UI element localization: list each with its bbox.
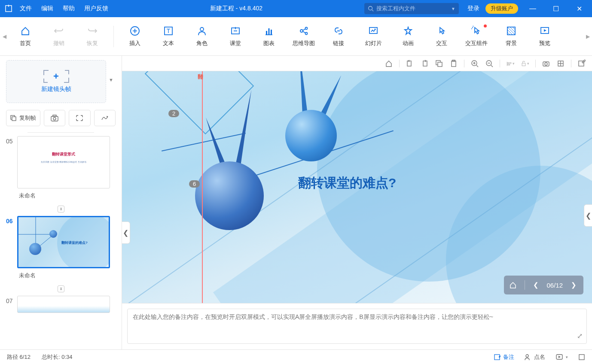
paste-icon[interactable] — [449, 59, 458, 68]
canvas-stage[interactable]: 翻转 2 6 翻转课堂的难点? ❮ ❮ ❮ 06/12 ❯ — [122, 71, 592, 303]
toolbar-class[interactable]: 课堂 — [219, 26, 252, 47]
toolbar-scroll-right[interactable]: ▶ — [583, 17, 592, 56]
svg-rect-40 — [452, 61, 456, 67]
toolbar-scroll-left[interactable]: ◀ — [0, 17, 9, 56]
svg-rect-15 — [269, 28, 270, 35]
svg-line-48 — [491, 65, 493, 67]
new-frame-button[interactable]: + 新建镜头帧 — [6, 60, 106, 103]
prev-page-icon[interactable]: ❮ — [531, 281, 540, 289]
collapse-left-handle[interactable]: ❮ — [122, 221, 130, 244]
slide-heading[interactable]: 翻转课堂的难点? — [298, 174, 396, 192]
camera-button[interactable] — [44, 110, 65, 126]
thumbnail-list[interactable]: 05 翻转课堂形式 先学后教 以学定教 精讲精练 归纳总结 互动参与 未命名 ⧗… — [6, 136, 116, 349]
menu-edit[interactable]: 编辑 — [41, 5, 53, 12]
toolbar-anim[interactable]: 动画 — [391, 26, 425, 47]
zoom-out-icon[interactable] — [485, 59, 494, 68]
path-button[interactable] — [94, 110, 116, 126]
text-icon: T — [163, 26, 174, 36]
home-icon[interactable] — [384, 59, 393, 68]
newframe-dropdown[interactable]: ▼ — [109, 60, 116, 82]
toolbar-label: 文本 — [163, 39, 174, 47]
capture-icon[interactable] — [542, 59, 550, 68]
thumbnail-row: 07 — [6, 296, 116, 313]
duration-status: 总时长: 0:34 — [42, 353, 73, 361]
marker-6[interactable]: 6 — [189, 180, 200, 188]
toolbar-home[interactable]: 首页 — [9, 26, 42, 47]
thumbnail-row: 06 翻转课堂的难点? 未命名 — [6, 216, 116, 279]
upgrade-button[interactable]: 升级账户 — [485, 3, 518, 14]
grid-icon[interactable] — [556, 59, 565, 68]
toolbar-bg[interactable]: 背景 — [494, 26, 528, 47]
svg-line-3 — [372, 10, 374, 12]
home-icon — [20, 26, 31, 36]
present-button[interactable]: ▾ — [555, 354, 568, 361]
lock-icon[interactable]: ▾ — [521, 59, 529, 68]
toolbar-widget[interactable]: 交互组件 — [458, 26, 494, 47]
toolbar-label: 首页 — [20, 39, 31, 47]
toolbar-link[interactable]: 链接 — [322, 26, 355, 47]
bg-icon — [506, 26, 516, 36]
toolbar-label: 插入 — [129, 39, 140, 47]
rollcall-button[interactable]: 点名 — [525, 353, 545, 361]
toolbar-preview[interactable]: 预览 — [528, 26, 561, 47]
svg-point-17 — [300, 30, 303, 32]
toolbar-interact[interactable]: 交互 — [425, 26, 458, 47]
copy-icon[interactable] — [435, 59, 443, 68]
canvas-toolbar: ▾ ▾ — [122, 56, 592, 71]
align-icon[interactable]: ▾ — [506, 59, 515, 68]
anim-icon — [403, 26, 413, 36]
widget-icon — [471, 26, 482, 36]
svg-rect-14 — [266, 31, 267, 35]
notes-textarea[interactable] — [127, 309, 587, 344]
edit-icon[interactable] — [577, 59, 586, 68]
toolbar-text[interactable]: T文本 — [152, 26, 185, 47]
main-toolbar: ◀ 首页撤销恢复插入T文本角色课堂图表思维导图链接幻灯片动画交互交互组件背景预览… — [0, 17, 592, 56]
toolbar-slide[interactable]: 幻灯片 — [355, 26, 391, 47]
thumbnail-05[interactable]: 翻转课堂形式 先学后教 以学定教 精讲精练 归纳总结 互动参与 — [17, 136, 110, 188]
toolbar-mindmap[interactable]: 思维导图 — [286, 26, 322, 47]
next-page-icon[interactable]: ❯ — [569, 281, 578, 289]
redo-icon[interactable] — [420, 59, 429, 68]
zoom-in-icon[interactable] — [470, 59, 479, 68]
collapse-right-handle[interactable]: ❮ — [584, 204, 592, 227]
fullscreen-frame-button[interactable] — [69, 110, 90, 126]
toolbar-label: 动画 — [403, 39, 414, 47]
menu-file[interactable]: 文件 — [20, 5, 32, 12]
undo-icon[interactable] — [406, 59, 414, 68]
svg-rect-16 — [271, 30, 272, 35]
close-icon[interactable]: ✕ — [571, 5, 588, 13]
toolbar-label: 交互 — [436, 39, 447, 47]
thumbnail-06[interactable]: 翻转课堂的难点? — [17, 216, 110, 268]
maximize-icon[interactable]: ☐ — [547, 5, 565, 13]
thumbnail-label: 未命名 — [17, 192, 116, 200]
toolbar-plus[interactable]: 插入 — [118, 26, 152, 47]
marker-2[interactable]: 2 — [168, 110, 179, 117]
minimize-icon[interactable]: — — [524, 5, 541, 12]
toolbar-label: 交互组件 — [465, 39, 488, 47]
chevron-down-icon[interactable]: ▼ — [451, 6, 455, 11]
thumbnail-label: 未命名 — [17, 272, 116, 279]
svg-rect-63 — [579, 355, 584, 360]
titlebar: 文件 编辑 帮助 用户反馈 新建工程 - v4.8.402 搜索工程内文件 ▼ … — [0, 0, 592, 17]
menu-help[interactable]: 帮助 — [63, 5, 75, 12]
toolbar-role[interactable]: 角色 — [185, 26, 219, 47]
copy-frame-button[interactable]: 复制帧 — [6, 110, 40, 126]
expand-icon[interactable]: ⤢ — [577, 332, 583, 340]
menu-feedback[interactable]: 用户反馈 — [84, 5, 108, 12]
search-box[interactable]: 搜索工程内文件 ▼ — [364, 3, 459, 14]
svg-rect-50 — [508, 62, 511, 63]
svg-line-20 — [303, 29, 305, 30]
notes-toggle[interactable]: 备注 — [494, 353, 514, 361]
fullscreen-button[interactable] — [578, 354, 585, 361]
transition-icon[interactable]: ⧗ — [58, 285, 64, 292]
thumb-title: 翻转课堂形式 — [18, 152, 110, 157]
svg-rect-39 — [438, 62, 442, 67]
undo-icon — [54, 26, 64, 36]
toolbar-chart[interactable]: 图表 — [252, 26, 286, 47]
home-nav-icon[interactable] — [509, 281, 519, 289]
page-counter: 06/12 — [546, 282, 563, 289]
login-link[interactable]: 登录 — [467, 5, 479, 12]
thumbnail-07[interactable] — [17, 296, 110, 313]
statusbar: 路径 6/12 总时长: 0:34 备注 点名 ▾ — [0, 349, 592, 364]
transition-icon[interactable]: ⧗ — [58, 206, 64, 212]
